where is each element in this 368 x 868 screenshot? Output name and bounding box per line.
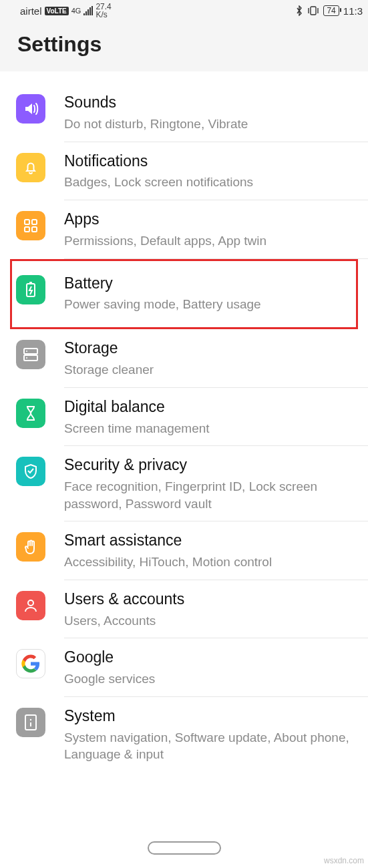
svg-point-10 bbox=[26, 357, 27, 359]
settings-item-digital-balance[interactable]: Digital balance Screen time management bbox=[0, 388, 368, 447]
item-title: Google bbox=[64, 648, 356, 668]
item-subtitle: Storage cleaner bbox=[64, 361, 356, 379]
bell-icon bbox=[16, 153, 45, 182]
item-subtitle: Permissions, Default apps, App twin bbox=[64, 232, 356, 250]
svg-point-9 bbox=[26, 351, 27, 352]
item-subtitle: Users, Accounts bbox=[64, 612, 356, 630]
settings-list[interactable]: Sounds Do not disturb, Ringtone, Vibrate… bbox=[0, 71, 368, 773]
svg-rect-1 bbox=[25, 220, 29, 224]
settings-item-users-accounts[interactable]: Users & accounts Users, Accounts bbox=[0, 580, 368, 639]
settings-item-battery[interactable]: Battery Power saving mode, Battery usage bbox=[0, 259, 368, 330]
clock: 11:3 bbox=[343, 5, 363, 17]
item-title: Digital balance bbox=[64, 397, 356, 417]
item-subtitle: Power saving mode, Battery usage bbox=[64, 296, 356, 313]
item-subtitle: Badges, Lock screen notifications bbox=[64, 174, 356, 191]
item-title: Sounds bbox=[64, 93, 356, 113]
item-title: Storage bbox=[64, 339, 356, 359]
shield-icon bbox=[16, 457, 45, 486]
svg-point-13 bbox=[30, 719, 31, 720]
item-subtitle: Do not disturb, Ringtone, Vibrate bbox=[64, 116, 356, 133]
hand-icon bbox=[16, 532, 45, 562]
item-title: System bbox=[64, 706, 356, 726]
signal-bars-icon bbox=[83, 6, 93, 15]
partial-row-top bbox=[64, 71, 368, 83]
settings-item-security[interactable]: Security & privacy Face recognition, Fin… bbox=[0, 446, 368, 521]
item-subtitle: Accessibility, HiTouch, Motion control bbox=[64, 554, 356, 571]
item-subtitle: Google services bbox=[64, 670, 356, 688]
item-title: Apps bbox=[64, 210, 356, 230]
carrier-label: airtel bbox=[20, 5, 42, 17]
battery-icon bbox=[16, 275, 45, 304]
settings-item-apps[interactable]: Apps Permissions, Default apps, App twin bbox=[0, 200, 368, 259]
storage-icon bbox=[16, 340, 45, 369]
battery-indicator: 74 bbox=[323, 5, 339, 16]
settings-item-smart-assistance[interactable]: Smart assistance Accessibility, HiTouch,… bbox=[0, 521, 368, 580]
gesture-nav-pill[interactable] bbox=[148, 841, 221, 855]
settings-item-storage[interactable]: Storage Storage cleaner bbox=[0, 329, 368, 388]
item-title: Security & privacy bbox=[64, 455, 356, 475]
settings-item-system[interactable]: System System navigation, Software updat… bbox=[0, 697, 368, 773]
item-subtitle: System navigation, Software update, Abou… bbox=[64, 729, 356, 763]
svg-rect-0 bbox=[311, 7, 316, 15]
volte-badge: VoLTE bbox=[45, 7, 69, 15]
settings-item-sounds[interactable]: Sounds Do not disturb, Ringtone, Vibrate bbox=[0, 83, 368, 142]
svg-rect-4 bbox=[32, 227, 37, 232]
status-bar: airtel VoLTE 4G 27.4K/s 74 11:3 bbox=[0, 0, 368, 20]
vibrate-icon bbox=[307, 6, 319, 15]
svg-rect-2 bbox=[32, 220, 37, 224]
page-header: Settings bbox=[0, 20, 368, 71]
svg-rect-3 bbox=[25, 227, 29, 232]
system-info-icon bbox=[16, 708, 45, 737]
hourglass-icon bbox=[16, 399, 45, 428]
bluetooth-icon bbox=[295, 5, 303, 16]
google-icon bbox=[16, 649, 45, 678]
item-title: Notifications bbox=[64, 152, 356, 172]
data-speed: 27.4K/s bbox=[96, 3, 111, 19]
watermark: wsxdn.com bbox=[324, 856, 364, 865]
page-title: Settings bbox=[17, 32, 351, 57]
svg-point-11 bbox=[28, 600, 33, 606]
item-title: Smart assistance bbox=[64, 531, 356, 551]
sound-icon bbox=[16, 94, 45, 124]
network-type: 4G bbox=[71, 7, 81, 15]
item-title: Battery bbox=[64, 274, 356, 294]
item-subtitle: Screen time management bbox=[64, 420, 356, 437]
svg-rect-6 bbox=[29, 282, 32, 284]
item-title: Users & accounts bbox=[64, 590, 356, 610]
item-subtitle: Face recognition, Fingerprint ID, Lock s… bbox=[64, 478, 356, 512]
person-icon bbox=[16, 591, 45, 620]
settings-item-google[interactable]: Google Google services bbox=[0, 638, 368, 697]
apps-grid-icon bbox=[16, 211, 45, 240]
settings-item-notifications[interactable]: Notifications Badges, Lock screen notifi… bbox=[0, 142, 368, 201]
